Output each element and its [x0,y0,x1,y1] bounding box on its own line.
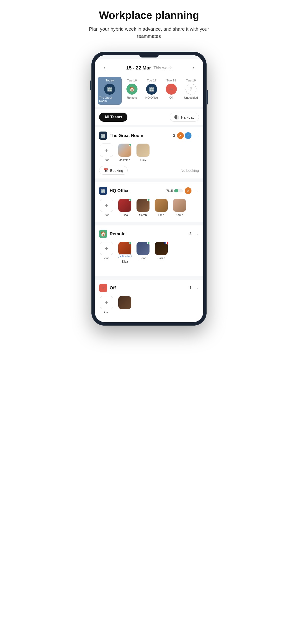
half-day-label: Half-day [181,115,194,119]
off-person-avatar[interactable] [118,296,131,309]
camera-notch [139,55,159,58]
divider-1 [95,178,203,180]
great-room-plan-btn[interactable]: + [100,144,113,157]
divider-3 [95,276,203,278]
remote-header: 🏠 Remote 2 ··· [99,230,199,238]
booking-button[interactable]: 📅 Booking [99,166,128,175]
remote-elisa-name: Elisa [122,260,128,263]
off-icon: − [99,284,107,292]
off-right: 1 ··· [189,285,199,291]
hq-sarah-avatar[interactable] [136,198,150,212]
jasmine-avatar[interactable] [118,144,131,157]
hq-elisa: Elisa [117,198,132,217]
hq-karen-avatar[interactable] [173,198,186,212]
great-room-header: 🏢 The Great Room 2 ✕ ↑ ··· [99,132,199,140]
day-tue17-icon: 🏢 [146,84,157,95]
hq-capacity-fill [174,189,178,192]
location-remote: 🏠 Remote 2 ··· + Plan [95,226,203,276]
remote-plan-label: Plan [104,256,109,260]
hq-capacity: 7/15 [166,189,183,192]
phone-screen: ‹ 15 - 22 Mar This week › Today 🏢 The Gr… [95,60,203,322]
remote-elisa-dot [129,242,132,244]
hq-sarah: Sarah [135,198,151,217]
remote-icon: 🏠 [99,230,107,238]
day-tue17[interactable]: Tue 17 🏢 HQ Office [142,77,161,105]
booking-label: Booking [110,168,123,172]
hq-more[interactable]: ··· [193,188,199,194]
remote-more[interactable]: ··· [193,231,199,237]
remote-right: 2 ··· [189,231,199,237]
off-people: + Plan [99,296,199,315]
great-room-count: 2 [173,134,175,138]
hq-fred-avatar[interactable] [155,198,168,212]
remote-brian-name: Brian [140,256,146,260]
great-room-more[interactable]: ··· [193,133,199,138]
plan-plus-icon: + [105,147,108,153]
day-tue18[interactable]: Tue 18 − Off [162,77,181,105]
next-arrow[interactable]: › [190,65,198,71]
off-left: − Off [99,284,116,292]
remote-sarah-avatar[interactable]: 🇫🇷 [155,242,168,255]
remote-sarah: 🇫🇷 Sarah [154,242,169,260]
hq-status-icons: ✕ [185,187,192,194]
hq-fred: Fred [154,198,169,217]
day-tue16[interactable]: Tue 16 🏠 Remote [123,77,141,105]
lucy-name: Lucy [140,158,146,162]
off-count: 1 [189,286,192,290]
off-name: Off [110,286,116,290]
hq-icon: 🏢 [99,187,107,195]
hq-plan-btn[interactable]: + [100,198,113,212]
prev-arrow[interactable]: ‹ [100,65,108,71]
day-today[interactable]: Today 🏢 The Great Room [98,77,122,105]
day-tue19-icon: ? [186,84,197,95]
day-tue17-name: HQ Office [145,96,158,100]
hq-elisa-name: Elisa [122,214,128,217]
hq-plan-plus: + [105,202,108,208]
remote-elisa-avatar[interactable]: Nearby [118,242,131,255]
day-today-icon: 🏢 [104,84,115,95]
hq-elisa-dot [129,198,132,201]
hq-karen-name: Karen [176,214,183,217]
day-tue16-icon: 🏠 [126,84,137,95]
remote-plan-btn[interactable]: + [100,242,113,255]
great-room-icon: 🏢 [99,132,107,140]
great-room-status-up[interactable]: ↑ [185,132,192,139]
plan-label: Plan [104,158,109,162]
hq-plan: + Plan [99,198,114,217]
remote-name: Remote [110,232,125,236]
remote-plan: + Plan [99,242,114,260]
hq-elisa-avatar[interactable] [118,198,131,212]
half-day-button[interactable]: Half-day [170,112,199,122]
great-room-right: 2 ✕ ↑ ··· [173,132,199,139]
remote-brian-avatar[interactable] [136,242,150,255]
great-room-jasmine: Jasmine [117,144,132,162]
remote-count: 2 [189,232,192,236]
jasmine-name: Jasmine [119,158,130,162]
remote-sarah-name: Sarah [158,256,165,260]
off-plan-plus: + [105,300,108,306]
great-room-status-fork[interactable]: ✕ [177,132,184,139]
hq-karen: Karen [172,198,187,217]
off-plan-btn[interactable]: + [100,296,113,309]
hq-capacity-text: 7/15 [166,189,173,192]
off-header: − Off 1 ··· [99,284,199,292]
day-today-label: Today [106,78,114,82]
hq-left: 🏢 HQ Office [99,187,129,195]
day-tue18-name: Off [169,96,173,100]
lucy-avatar[interactable] [136,144,150,157]
hq-header: 🏢 HQ Office 7/15 ✕ ··· [99,187,199,195]
phone-frame: ‹ 15 - 22 Mar This week › Today 🏢 The Gr… [91,52,207,326]
off-more[interactable]: ··· [193,285,199,291]
great-room-left: 🏢 The Great Room [99,132,143,140]
svg-point-0 [120,256,121,257]
hq-sarah-name: Sarah [139,214,147,217]
day-tue18-icon: − [166,84,177,95]
hq-plan-label: Plan [104,214,109,217]
great-room-status-icons: ✕ ↑ [177,132,192,139]
day-today-location: The Great Room [99,96,120,103]
no-booking-text: No booking [181,168,199,172]
hq-status-fork[interactable]: ✕ [185,187,192,194]
day-tue19-name: Undecided [184,96,198,100]
day-tue19[interactable]: Tue 19 ? Undecided [182,77,200,105]
all-teams-button[interactable]: All Teams [99,112,127,122]
